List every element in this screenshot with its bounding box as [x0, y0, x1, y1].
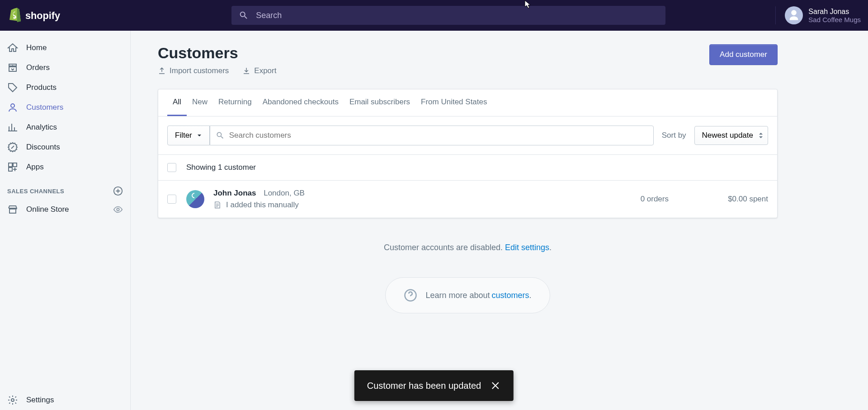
products-icon [7, 82, 18, 93]
tab-us[interactable]: From United States [415, 89, 492, 116]
logo-area: shopify [7, 6, 131, 24]
add-customer-button[interactable]: Add customer [709, 44, 778, 65]
tab-returning[interactable]: Returning [213, 89, 257, 116]
tab-abandoned[interactable]: Abandoned checkouts [257, 89, 344, 116]
user-name: Sarah Jonas [808, 8, 861, 16]
customer-row[interactable]: John Jonas London, GB I added this manua… [158, 180, 777, 218]
select-all-checkbox[interactable] [167, 163, 176, 172]
edit-settings-link[interactable]: Edit settings [505, 243, 549, 252]
tab-all[interactable]: All [167, 89, 187, 116]
apps-icon [7, 162, 18, 172]
discounts-icon [7, 142, 18, 153]
sidebar-item-settings[interactable]: Settings [0, 390, 130, 410]
close-icon[interactable] [490, 380, 501, 391]
avatar [785, 6, 803, 24]
sort-select[interactable]: Newest update [694, 126, 768, 145]
customers-icon [7, 102, 18, 113]
tab-new[interactable]: New [187, 89, 213, 116]
sidebar-item-discounts[interactable]: Discounts [0, 137, 130, 157]
search-icon [216, 131, 225, 140]
customer-orders: 0 orders [587, 195, 669, 204]
customer-spent: $0.00 spent [669, 195, 768, 204]
sort-label: Sort by [662, 131, 686, 140]
svg-point-3 [117, 208, 119, 211]
tabs: All New Returning Abandoned checkouts Em… [158, 89, 777, 116]
user-area[interactable]: Sarah Jonas Sad Coffee Mugs [775, 6, 861, 24]
svg-text:shopify: shopify [25, 10, 60, 21]
sidebar-item-orders[interactable]: Orders [0, 58, 130, 78]
sidebar-item-customers[interactable]: Customers [0, 98, 130, 117]
sidebar-item-products[interactable]: Products [0, 78, 130, 98]
learn-more-pill: Learn more about customers. [385, 277, 550, 313]
customers-help-link[interactable]: customers [492, 291, 529, 300]
customers-card: All New Returning Abandoned checkouts Em… [158, 89, 778, 218]
sidebar-item-home[interactable]: Home [0, 38, 130, 58]
upload-icon [158, 67, 166, 75]
home-icon [7, 42, 18, 53]
import-customers-button[interactable]: Import customers [158, 66, 229, 75]
customer-note: I added this manually [226, 200, 299, 210]
search-input[interactable] [256, 11, 658, 20]
add-channel-icon[interactable] [113, 186, 123, 196]
shopify-logo: shopify [7, 6, 67, 24]
customer-avatar [186, 190, 204, 208]
sidebar-channel-online-store[interactable]: Online Store [0, 200, 130, 219]
export-button[interactable]: Export [242, 66, 276, 75]
sidebar-section-header: SALES CHANNELS [0, 177, 130, 200]
svg-point-1 [11, 104, 14, 107]
top-bar: shopify Sarah Jonas Sad Coffee Mugs [0, 0, 868, 31]
sidebar-item-apps[interactable]: Apps [0, 157, 130, 177]
row-checkbox[interactable] [167, 195, 176, 204]
customer-location: London, GB [264, 189, 305, 197]
toast-message: Customer has been updated [367, 381, 481, 391]
tab-email[interactable]: Email subscribers [344, 89, 415, 116]
store-name: Sad Coffee Mugs [808, 16, 861, 23]
view-store-icon[interactable] [113, 205, 123, 214]
sidebar-item-analytics[interactable]: Analytics [0, 117, 130, 137]
filter-button[interactable]: Filter [167, 126, 210, 145]
main-content: Customers Import customers Export Add cu… [131, 31, 868, 410]
search-icon [239, 10, 249, 20]
settings-icon [7, 395, 18, 405]
customer-search-input[interactable] [229, 131, 648, 140]
help-icon [404, 289, 417, 302]
analytics-icon [7, 122, 18, 133]
orders-icon [7, 62, 18, 73]
store-icon [7, 204, 18, 215]
svg-point-4 [11, 399, 14, 401]
note-icon [213, 201, 222, 209]
page-title: Customers [158, 44, 276, 62]
sidebar: Home Orders Products Customers Analytics… [0, 31, 131, 410]
customer-name: John Jonas [213, 189, 256, 197]
caret-down-icon [197, 133, 202, 138]
accounts-disabled-message: Customer accounts are disabled. Edit set… [158, 243, 778, 252]
search-wrap [131, 6, 766, 25]
toast: Customer has been updated [354, 370, 514, 401]
download-icon [242, 67, 250, 75]
count-row: Showing 1 customer [158, 154, 777, 180]
customer-search-box[interactable] [210, 126, 654, 145]
search-box[interactable] [231, 6, 665, 25]
